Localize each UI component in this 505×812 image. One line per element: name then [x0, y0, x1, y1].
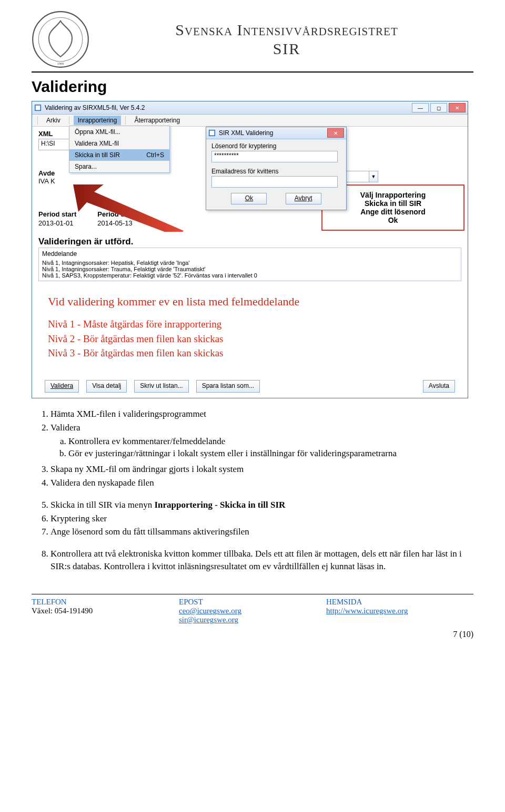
- footer-hemsida-head: HEMSIDA: [326, 598, 473, 607]
- minimize-button[interactable]: —: [412, 103, 429, 112]
- list-item: Kryptering sker: [50, 512, 473, 525]
- dialog-title: SIR XML Validering: [219, 129, 327, 137]
- window-title: Validering av SIRXML5-fil, Ver 5.4.2: [45, 104, 412, 111]
- period-start-label: Period start: [38, 210, 76, 218]
- menu-inrapportering[interactable]: Inrapportering: [74, 116, 122, 125]
- dropdown-oppna[interactable]: Öppna XML-fil...: [69, 126, 169, 138]
- footer-epost-head: EPOST: [179, 598, 326, 607]
- window-titlebar: Validering av SIRXML5-fil, Ver 5.4.2 — ◻…: [32, 101, 468, 115]
- svg-text:1966: 1966: [57, 61, 64, 65]
- org-abbrev: SIR: [100, 40, 473, 58]
- losenord-input[interactable]: **********: [211, 151, 338, 162]
- instruction-list: Skicka in till SIR via menyn Inrapporter…: [36, 499, 473, 538]
- validera-button[interactable]: Validera: [45, 380, 79, 393]
- period-start-value: 2013-01-01: [38, 219, 76, 227]
- message-box: Meddelande Nivå 1, Intagningsorsaker: He…: [38, 248, 461, 281]
- list-item: Kontrollera att två elektroniska kvitton…: [50, 548, 473, 573]
- avsluta-button[interactable]: Avsluta: [423, 380, 455, 393]
- instruction-list: Kontrollera att två elektroniska kvitton…: [36, 548, 473, 573]
- skriv-ut-button[interactable]: Skriv ut listan...: [134, 380, 188, 393]
- list-item: Ange lösenord som du fått tillsammans ak…: [50, 526, 473, 538]
- menubar: Arkiv Inrapportering Återrapportering: [32, 115, 468, 127]
- app-screenshot: Validering av SIRXML5-fil, Ver 5.4.2 — ◻…: [32, 101, 468, 398]
- red-arrow-icon: [73, 184, 189, 232]
- dropdown-skicka[interactable]: Skicka in till SIR Ctrl+S: [69, 149, 169, 161]
- validation-dialog: SIR XML Validering ✕ Lösenord för krypte…: [206, 127, 347, 210]
- menu-arkiv[interactable]: Arkiv: [42, 116, 65, 125]
- dialog-app-icon: [208, 129, 216, 137]
- page-number: 7 (10): [32, 630, 473, 639]
- losenord-label: Lösenord för kryptering: [211, 142, 341, 150]
- page-title: Validering: [32, 78, 473, 96]
- footer: TELEFON Växel: 054-191490 EPOST ceo@icur…: [32, 598, 473, 624]
- list-item: Validera Kontrollera ev kommentarer/felm…: [50, 422, 473, 460]
- list-item: Skapa ny XML-fil om ändringar gjorts i l…: [50, 463, 473, 476]
- overlay-notes: Vid validering kommer ev en lista med fe…: [48, 295, 299, 361]
- email-input[interactable]: [211, 176, 338, 188]
- footer-tel-head: TELEFON: [32, 598, 179, 607]
- message-row: Nivå 1, Intagningsorsaker: Trauma, Felak…: [42, 266, 458, 272]
- svg-rect-4: [36, 106, 41, 110]
- message-row: Nivå 1, Intagningsorsaker: Hepatisk, Fel…: [42, 260, 458, 266]
- dialog-avbryt-button[interactable]: Avbryt: [286, 193, 321, 204]
- logo: 1966: [32, 11, 89, 68]
- list-item: Hämta XML-filen i valideringsprogrammet: [50, 408, 473, 420]
- spara-listan-button[interactable]: Spara listan som...: [196, 380, 260, 393]
- footer-tel: Växel: 054-191490: [32, 607, 179, 615]
- message-row: Nivå 1, SAPS3, Kroppstemperatur: Felakti…: [42, 272, 458, 279]
- list-item: Kontrollera ev kommentarer/felmeddelande: [68, 435, 473, 448]
- footer-hemsida-link[interactable]: http://www.icuregswe.org: [326, 607, 408, 615]
- dropdown-menu: Öppna XML-fil... Validera XML-fil Skicka…: [69, 126, 170, 173]
- footer-epost-link[interactable]: sir@icuregswe.org: [179, 615, 238, 624]
- svg-point-1: [38, 17, 83, 61]
- email-label: Emailadress för kvittens: [211, 168, 341, 175]
- instruction-list: Hämta XML-filen i valideringsprogrammet …: [36, 408, 473, 489]
- svg-marker-7: [73, 184, 184, 232]
- app-icon: [34, 104, 42, 111]
- footer-epost-link[interactable]: ceo@icuregswe.org: [179, 607, 241, 615]
- list-item: Skicka in till SIR via menyn Inrapporter…: [50, 499, 473, 511]
- list-item: Gör ev justeringar/rättningar i lokalt s…: [68, 447, 473, 460]
- visa-detalj-button[interactable]: Visa detalj: [86, 380, 127, 393]
- list-item: Validera den nyskapade filen: [50, 477, 473, 489]
- dropdown-spara[interactable]: Spara...: [69, 161, 169, 172]
- dropdown-validera[interactable]: Validera XML-fil: [69, 138, 169, 149]
- org-title: Svenska Intensivvårdsregistret: [100, 21, 473, 39]
- maximize-button[interactable]: ◻: [430, 103, 447, 112]
- close-button[interactable]: ✕: [449, 103, 466, 112]
- footer-divider: [32, 594, 473, 594]
- message-box-title: Meddelande: [42, 250, 458, 258]
- dropdown-arrow-icon[interactable]: ▼: [369, 171, 378, 182]
- header-divider: [32, 71, 473, 73]
- validation-done-label: Valideringen är utförd.: [38, 237, 461, 247]
- dialog-ok-button[interactable]: Ok: [231, 193, 267, 204]
- svg-rect-6: [210, 131, 215, 136]
- menu-aterrapportering[interactable]: Återrapportering: [130, 116, 184, 125]
- dialog-close-button[interactable]: ✕: [327, 128, 344, 138]
